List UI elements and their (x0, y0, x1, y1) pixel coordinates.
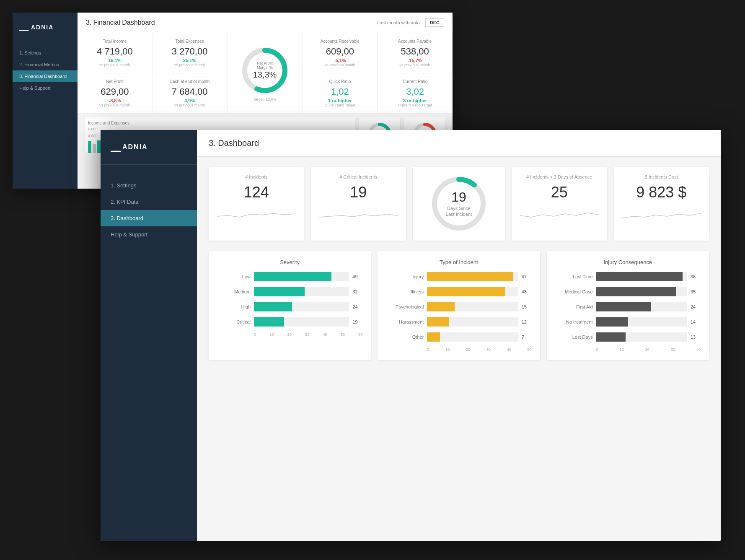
type-axis-20: 20 (466, 347, 470, 352)
severity-num-medium: 32 (352, 289, 362, 294)
metric-qr-label: Quick Ratio (310, 79, 371, 84)
severity-bar-critical: Critical 19 (217, 317, 362, 327)
kpi-critical-label: # Critical Incidents (319, 174, 398, 179)
type-num-injury: 47 (522, 274, 532, 279)
safety-nav-kpi[interactable]: 2. KPI Data (101, 194, 197, 210)
kpi-3days-absence: # Incidents > 3 Days of Absence 25 (512, 167, 607, 241)
ic-label-medical: Medical Case (555, 289, 593, 294)
severity-track-medium (254, 287, 349, 296)
severity-fill-low (254, 272, 331, 281)
safety-nav-settings[interactable]: 1. Settings (101, 177, 197, 194)
metric-ar-change: -5,1% (310, 58, 371, 63)
metric-total-income-prev: vs previous month (84, 63, 145, 67)
metric-np-value: 629,00 (84, 86, 145, 97)
fin-nav-metrics[interactable]: 2. Financial Metrics (13, 59, 78, 70)
type-num-other: 7 (522, 334, 532, 340)
kpi-incidents-label: # Incidents (217, 174, 296, 179)
metric-quick-ratio: Quick Ratio 1,02 1 or higher Quick Ratio… (303, 73, 378, 114)
metric-ar-prev: vs previous month (310, 63, 371, 67)
fin-nav-help[interactable]: Help & Support (13, 82, 78, 94)
type-track-injury (427, 272, 518, 281)
metric-np-prev: vs previous month (84, 103, 145, 107)
type-bar-injury: Injury 47 (386, 272, 531, 281)
severity-num-high: 24 (352, 304, 362, 309)
type-label-harassment: Harassment (386, 319, 424, 324)
metric-total-expenses-label: Total Expenses (159, 39, 220, 44)
severity-num-low: 49 (352, 274, 362, 279)
days-since-sub: Days SinceLast Incident (446, 205, 472, 218)
fin-nav-dashboard[interactable]: 3. Financial Dashboard (13, 70, 78, 82)
severity-track-critical (254, 317, 349, 327)
severity-chart: Severity Low 49 Medium 32 (209, 251, 371, 360)
ic-bar-lost-days: Lost Days 13 (555, 332, 701, 342)
ic-track-lost-time (596, 272, 687, 281)
kpi-critical-value: 19 (319, 184, 398, 201)
ic-track-no-treatment (596, 317, 687, 327)
ic-fill-no-treatment (596, 317, 628, 327)
donut-chart: Net Profit Margin % 13,3% (240, 45, 290, 96)
type-axis-50: 50 (528, 347, 532, 352)
days-since-inner: 19 Days SinceLast Incident (446, 190, 472, 218)
kpi-incidents: # Incidents 124 (209, 167, 304, 241)
donut-label: Net Profit Margin % (252, 61, 277, 70)
kpi-critical-incidents: # Critical Incidents 19 (311, 167, 406, 241)
severity-bar-high: High 24 (217, 302, 362, 311)
donut-inner: Net Profit Margin % 13,3% (252, 61, 277, 80)
adnia-logo-icon: ⎯⎯ (19, 23, 28, 31)
metric-qr-prev: Quick Ratio Target (310, 103, 371, 107)
metric-cash-value: 7 684,00 (159, 86, 220, 97)
ic-axis-0: 0 (596, 347, 598, 352)
metric-cash-label: Cash at end of month (159, 79, 220, 84)
type-label-injury: Injury (386, 274, 424, 279)
type-track-psych (427, 302, 518, 311)
ic-fill-medical (596, 287, 676, 296)
last-month-value: DEC (425, 18, 444, 27)
metric-ar-label: Accounts Receivable (310, 39, 371, 44)
ic-axis: 0 10 20 30 40 (555, 347, 701, 352)
metric-cr-change: 3 or higher (384, 98, 446, 103)
metric-total-expenses: Total Expenses 3 270,00 25,1% vs previou… (153, 33, 228, 73)
ic-bar-medical: Medical Case 35 (555, 287, 701, 296)
ic-bar-no-treatment: No treatment 14 (555, 317, 701, 327)
severity-axis-30: 30 (305, 332, 309, 337)
metric-np-change: -8,8% (84, 98, 145, 103)
severity-num-critical: 19 (352, 319, 362, 324)
severity-fill-critical (254, 317, 284, 327)
severity-label-medium: Medium (217, 289, 251, 294)
metric-total-expenses-value: 3 270,00 (159, 46, 220, 57)
metric-cash: Cash at end of month 7 684,00 4,9% vs pr… (153, 73, 228, 114)
severity-track-high (254, 302, 349, 311)
safety-nav-dashboard[interactable]: 3. Dashboard (101, 210, 197, 226)
kpi-incidents-sparkline (217, 208, 296, 220)
ic-num-lost-time: 38 (691, 274, 701, 279)
ic-fill-lost-days (596, 332, 626, 342)
type-label-illness: Illness (386, 289, 424, 294)
financial-header-right: Last month with data: DEC (377, 18, 444, 27)
kpi-3days-sparkline (520, 208, 599, 220)
type-fill-psych (427, 302, 454, 311)
metric-ar-value: 609,00 (310, 46, 371, 57)
kpi-critical-sparkline (319, 208, 398, 220)
safety-sidebar: ⎯⎯ ADNIA 1. Settings 2. KPI Data 3. Dash… (101, 130, 197, 541)
financial-sidebar: ⎯⎯ ADNIA 1. Settings 2. Financial Metric… (13, 13, 78, 189)
severity-axis-40: 40 (323, 332, 327, 337)
severity-label-low: Low (217, 274, 251, 279)
donut-target: Target: 12,0% (253, 97, 277, 101)
metric-cr-value: 3,02 (384, 86, 446, 97)
type-num-harassment: 12 (522, 319, 532, 324)
metric-accounts-payable: Accounts Payable 538,00 -15,7% vs previo… (378, 33, 453, 73)
financial-metrics-grid: Total Income 4 719,00 16,1% vs previous … (78, 33, 453, 114)
type-bar-other: Other 7 (386, 332, 531, 342)
safety-nav-help[interactable]: Help & Support (101, 226, 197, 243)
safety-dashboard-card: ⎯⎯ ADNIA 1. Settings 2. KPI Data 3. Dash… (101, 130, 721, 541)
type-axis-30: 30 (486, 347, 491, 352)
fin-nav-settings[interactable]: 1. Settings (13, 47, 78, 59)
safety-title: 3. Dashboard (209, 138, 259, 148)
ic-track-medical (596, 287, 687, 296)
metric-total-income-label: Total Income (84, 39, 145, 44)
severity-bar-medium: Medium 32 (217, 287, 362, 296)
ic-axis-30: 30 (671, 347, 675, 352)
type-fill-other (427, 332, 440, 342)
financial-title: 3. Financial Dashboard (86, 19, 155, 26)
ic-bar-lost-time: Lost Time 38 (555, 272, 701, 281)
